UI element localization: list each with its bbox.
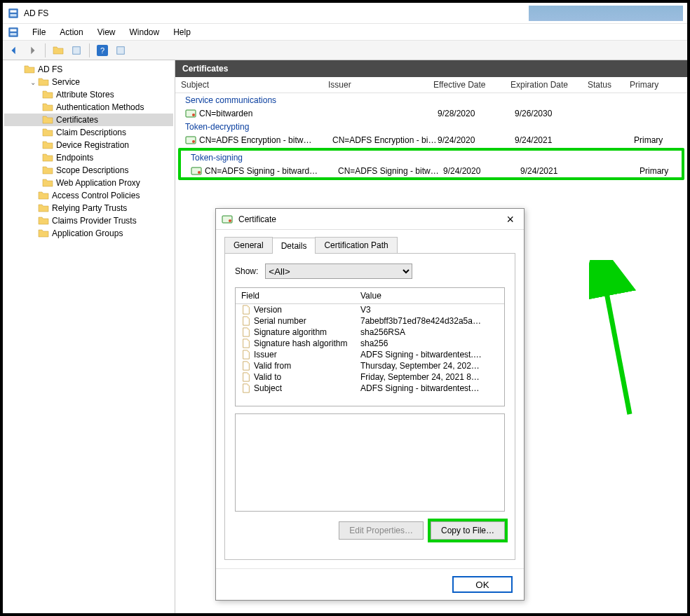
tree-item-application-groups[interactable]: Application Groups [4, 227, 173, 240]
tree-item-attribute-stores[interactable]: Attribute Stores [4, 88, 173, 101]
field-value: Thursday, September 24, 202… [360, 361, 499, 371]
field-row[interactable]: SubjectADFS Signing - bitwardentest… [236, 383, 504, 394]
tree-root[interactable]: AD FS [4, 63, 173, 76]
certificate-icon [185, 108, 198, 119]
tree-label: Web Application Proxy [56, 178, 140, 188]
col-effective[interactable]: Effective Date [433, 80, 510, 90]
tree-label: Endpoints [56, 153, 93, 163]
certificate-row[interactable]: CN=bitwarden9/28/20209/26/2030 [175, 107, 687, 120]
show-label: Show: [235, 266, 258, 276]
folder-icon [38, 215, 49, 226]
tree-label: Claim Descriptions [56, 128, 126, 137]
tab-details[interactable]: Details [272, 238, 316, 254]
col-status[interactable]: Status [588, 80, 630, 90]
group-token-decrypting[interactable]: Token-decrypting [175, 120, 687, 134]
menu-view[interactable]: View [90, 26, 123, 39]
back-button[interactable] [6, 43, 22, 58]
up-folder-button[interactable] [50, 43, 67, 58]
field-name: Issuer [254, 350, 360, 360]
copy-to-file-button[interactable]: Copy to File… [431, 521, 505, 540]
menu-help[interactable]: Help [166, 26, 198, 39]
tree-expander-icon[interactable]: ⌄ [28, 78, 38, 86]
tree-item-authentication-methods[interactable]: Authentication Methods [4, 101, 173, 114]
field-value: ADFS Signing - bitwardentest… [360, 383, 499, 393]
dialog-titlebar[interactable]: Certificate × [216, 209, 524, 230]
tree-item-claim-descriptions[interactable]: Claim Descriptions [4, 126, 173, 139]
forward-button[interactable] [24, 43, 41, 58]
menu-file[interactable]: File [25, 26, 53, 39]
tree-label: Certificates [56, 115, 98, 125]
cell-effective: 9/28/2020 [438, 109, 515, 118]
tree-item-web-application-proxy[interactable]: Web Application Proxy [4, 177, 173, 189]
cell-primary: Primary [634, 135, 676, 145]
field-icon [241, 383, 254, 393]
group-token-signing[interactable]: Token-signing [181, 151, 682, 165]
field-value: sha256RSA [360, 327, 499, 337]
certificate-icon [222, 214, 234, 225]
field-name: Valid to [254, 372, 360, 382]
field-row[interactable]: Valid fromThursday, September 24, 202… [236, 360, 504, 371]
menu-window[interactable]: Window [123, 26, 167, 39]
cell-expiration: 9/24/2021 [520, 166, 597, 176]
cell-subject: CN=ADFS Encryption - bitw… [199, 135, 332, 145]
tree-item-relying-party-trusts[interactable]: Relying Party Trusts [4, 202, 173, 214]
tree-label: Device Registration [56, 140, 129, 150]
cell-expiration: 9/26/2030 [515, 109, 592, 118]
field-row[interactable]: VersionV3 [236, 304, 504, 315]
tree-item-claims-provider-trusts[interactable]: Claims Provider Trusts [4, 214, 173, 227]
fields-list[interactable]: Field Value VersionV3Serial number7abebf… [235, 287, 505, 406]
field-row[interactable]: Signature algorithmsha256RSA [236, 327, 504, 338]
field-icon [241, 305, 254, 315]
field-name: Serial number [254, 316, 360, 326]
title-bar: AD FS [3, 3, 687, 24]
col-issuer[interactable]: Issuer [328, 80, 433, 90]
dialog-title-text: Certificate [238, 214, 276, 224]
folder-icon [38, 228, 49, 239]
certificate-row[interactable]: CN=ADFS Encryption - bitw…CN=ADFS Encryp… [175, 134, 687, 146]
navigation-tree[interactable]: AD FS ⌄ Service Attribute StoresAuthenti… [3, 60, 175, 613]
col-value[interactable]: Value [360, 291, 381, 301]
tree-item-device-registration[interactable]: Device Registration [4, 139, 173, 151]
col-subject[interactable]: Subject [181, 80, 328, 90]
tab-certification-path[interactable]: Certification Path [315, 237, 397, 253]
folder-icon [42, 177, 53, 189]
field-name: Version [254, 305, 360, 315]
certificate-row[interactable]: CN=ADFS Signing - bitward…CN=ADFS Signin… [181, 165, 682, 177]
folder-icon [38, 76, 49, 88]
tab-general[interactable]: General [224, 237, 273, 253]
field-name: Signature algorithm [254, 327, 360, 337]
cell-issuer: CN=ADFS Signing - bitwar… [338, 166, 443, 176]
show-select[interactable]: <All> [265, 263, 412, 279]
tree-item-scope-descriptions[interactable]: Scope Descriptions [4, 164, 173, 177]
tree-label: AD FS [38, 64, 62, 74]
dialog-tabs: General Details Certification Path [216, 230, 524, 253]
field-row[interactable]: Serial number7abebff3b71ed78e424d32a5a… [236, 315, 504, 327]
tree-service[interactable]: ⌄ Service [4, 76, 173, 88]
tree-item-access-control-policies[interactable]: Access Control Policies [4, 189, 173, 202]
field-row[interactable]: IssuerADFS Signing - bitwardentest.… [236, 349, 504, 360]
list-header: Subject Issuer Effective Date Expiration… [175, 77, 687, 93]
col-field[interactable]: Field [241, 291, 360, 301]
tree-item-endpoints[interactable]: Endpoints [4, 151, 173, 164]
tree-item-certificates[interactable]: Certificates [4, 114, 173, 126]
close-icon[interactable]: × [502, 212, 518, 227]
tree-label: Authentication Methods [56, 102, 144, 112]
menu-action[interactable]: Action [53, 26, 90, 39]
field-row[interactable]: Valid toFriday, September 24, 2021 8… [236, 371, 504, 383]
folder-icon [42, 127, 53, 138]
certificate-icon [185, 135, 198, 146]
app-icon [7, 7, 20, 20]
cell-expiration: 9/24/2021 [515, 135, 592, 145]
col-primary[interactable]: Primary [630, 80, 672, 90]
field-value-box[interactable] [235, 413, 505, 512]
help-button[interactable] [94, 43, 111, 58]
refresh-button[interactable] [68, 43, 85, 58]
ok-button[interactable]: OK [452, 576, 513, 593]
field-row[interactable]: Signature hash algorithmsha256 [236, 338, 504, 349]
show-hide-tree-button[interactable] [112, 43, 129, 58]
tree-label: Relying Party Trusts [52, 203, 127, 213]
folder-icon [42, 152, 53, 163]
tree-label: Claims Provider Trusts [52, 216, 137, 226]
col-expiration[interactable]: Expiration Date [510, 80, 588, 90]
group-service-communications[interactable]: Service communications [175, 93, 687, 107]
